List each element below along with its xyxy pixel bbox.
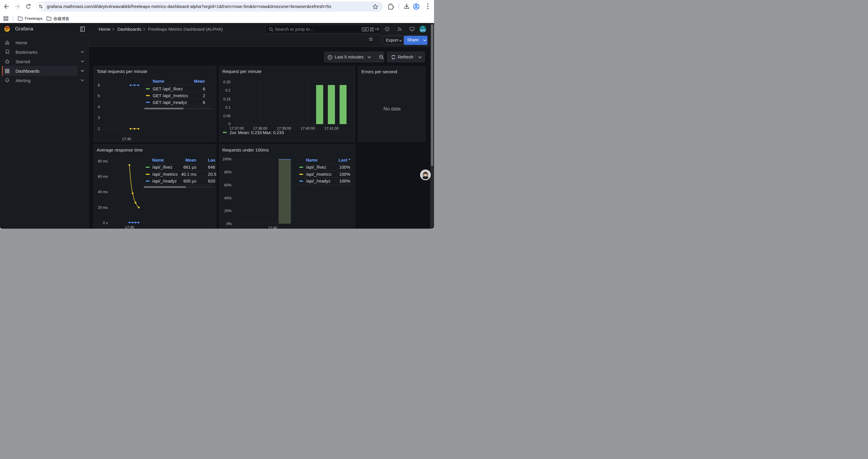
svg-text:20.5 r: 20.5 r xyxy=(208,172,216,177)
svg-text:646: 646 xyxy=(208,165,215,169)
svg-text:/api/_/metrics: /api/_/metrics xyxy=(306,172,331,177)
svg-text:/api/_/livez: /api/_/livez xyxy=(152,165,173,169)
svg-text:17:40:00: 17:40:00 xyxy=(301,126,315,131)
svg-text:20%: 20% xyxy=(224,209,231,213)
svg-text:17:38:00: 17:38:00 xyxy=(253,126,267,131)
svg-text:0 s: 0 s xyxy=(103,221,108,225)
svg-text:60%: 60% xyxy=(224,183,231,187)
svg-text:Max: 0.233: Max: 0.233 xyxy=(262,130,284,135)
svg-text:17:41:00: 17:41:00 xyxy=(324,126,339,131)
svg-text:/api/_/metrics: /api/_/metrics xyxy=(152,172,178,177)
svg-text:Name: Name xyxy=(306,158,318,162)
svg-text:Mean: Mean xyxy=(186,158,196,162)
svg-text:6: 6 xyxy=(98,83,100,88)
svg-text:0.1: 0.1 xyxy=(225,105,230,109)
svg-text:20 ms: 20 ms xyxy=(98,205,108,209)
svg-text:5: 5 xyxy=(98,94,100,98)
svg-text:60 ms: 60 ms xyxy=(98,174,108,179)
svg-text:17:39:00: 17:39:00 xyxy=(277,126,291,131)
svg-text:/api/_/livez: /api/_/livez xyxy=(306,165,326,169)
svg-text:Las: Las xyxy=(208,158,215,162)
svg-text:GET /api/_/metrics: GET /api/_/metrics xyxy=(153,93,188,98)
svg-text:Mean: Mean xyxy=(194,79,205,84)
svg-text:0.25: 0.25 xyxy=(223,80,230,84)
svg-text:2xx: 2xx xyxy=(229,130,236,135)
svg-text:17:40: 17:40 xyxy=(268,226,277,229)
svg-text:40 ms: 40 ms xyxy=(98,190,108,194)
svg-text:0%: 0% xyxy=(226,222,231,226)
svg-text:GET /api/_/readyz: GET /api/_/readyz xyxy=(153,100,187,105)
svg-text:100%: 100% xyxy=(339,179,350,184)
svg-text:6: 6 xyxy=(203,100,205,105)
svg-text:80%: 80% xyxy=(224,170,231,174)
svg-text:2: 2 xyxy=(203,93,205,98)
svg-text:17:40: 17:40 xyxy=(122,137,131,141)
svg-text:3: 3 xyxy=(98,116,100,120)
svg-text:2: 2 xyxy=(98,127,100,131)
svg-text:17:37:00: 17:37:00 xyxy=(229,126,244,131)
svg-text:GET /api/_/livez: GET /api/_/livez xyxy=(153,87,183,91)
svg-text:40%: 40% xyxy=(224,196,231,200)
svg-text:661 µs: 661 µs xyxy=(183,165,196,169)
svg-text:0: 0 xyxy=(228,122,230,126)
svg-text:100%: 100% xyxy=(339,165,350,169)
svg-text:0.15: 0.15 xyxy=(223,97,230,101)
svg-text:605 µs: 605 µs xyxy=(183,179,196,184)
svg-text:Mean: 0.233: Mean: 0.233 xyxy=(238,130,262,135)
svg-text:6: 6 xyxy=(203,87,205,91)
svg-text:Last *: Last * xyxy=(338,158,350,162)
svg-text:80 ms: 80 ms xyxy=(98,159,108,163)
svg-text:0.05: 0.05 xyxy=(223,114,230,118)
svg-text:0.2: 0.2 xyxy=(225,88,230,93)
svg-text:?: ? xyxy=(386,28,388,31)
svg-text:100%: 100% xyxy=(222,157,231,161)
svg-text:/api/_/readyz: /api/_/readyz xyxy=(306,179,330,184)
svg-text:Name: Name xyxy=(152,158,164,162)
svg-text:17:40: 17:40 xyxy=(125,225,134,229)
svg-text:620: 620 xyxy=(208,179,215,184)
svg-text:4: 4 xyxy=(98,105,100,109)
svg-text:Name: Name xyxy=(153,79,164,84)
svg-text:100%: 100% xyxy=(339,172,350,177)
svg-text:/api/_/readyz: /api/_/readyz xyxy=(152,179,177,184)
svg-text:40.1 ms: 40.1 ms xyxy=(181,172,196,177)
